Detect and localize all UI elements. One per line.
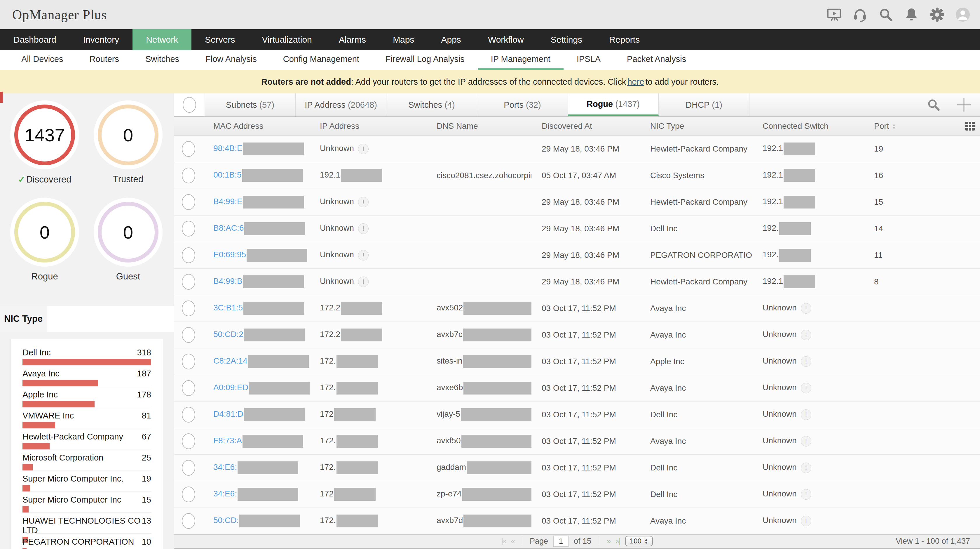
row-select-radio[interactable] bbox=[182, 487, 195, 502]
select-all-radio[interactable] bbox=[183, 97, 196, 113]
sub-nav-item[interactable]: IP Management bbox=[478, 50, 563, 70]
mac-address-link[interactable]: E0:69:95 bbox=[213, 250, 246, 259]
row-select-radio[interactable] bbox=[182, 354, 195, 369]
sub-nav-item[interactable]: IPSLA bbox=[563, 50, 614, 70]
mac-address-link[interactable]: A0:09:ED bbox=[213, 383, 248, 392]
nic-type-row[interactable]: Apple Inc 178 bbox=[22, 386, 151, 407]
settings-gear-icon[interactable] bbox=[930, 7, 944, 22]
nic-type-row[interactable]: VMWARE Inc 81 bbox=[22, 407, 151, 428]
row-select-radio[interactable] bbox=[182, 433, 195, 449]
main-nav-item[interactable]: Settings bbox=[537, 29, 596, 50]
main-nav-item[interactable]: Inventory bbox=[70, 29, 132, 50]
last-page-button[interactable]: »| bbox=[616, 537, 620, 546]
user-avatar-icon[interactable] bbox=[956, 7, 970, 22]
table-tab[interactable]: Switches(4) bbox=[387, 93, 477, 116]
sort-icon[interactable]: ▲▼ bbox=[892, 123, 896, 130]
main-nav-item[interactable]: Apps bbox=[428, 29, 474, 50]
page-number-input[interactable] bbox=[553, 536, 568, 547]
table-search-icon[interactable] bbox=[927, 98, 940, 112]
mac-address-cell: E0:69:95 bbox=[203, 249, 310, 262]
sub-nav-item[interactable]: Config Management bbox=[270, 50, 372, 70]
column-header-mac-address[interactable]: MAC Address bbox=[203, 121, 310, 131]
mac-address-link[interactable]: F8:73:A bbox=[213, 436, 242, 445]
main-nav-item[interactable]: Network bbox=[132, 29, 191, 50]
sub-nav-item[interactable]: Routers bbox=[76, 50, 132, 70]
mac-address-link[interactable]: D4:81:D bbox=[213, 409, 243, 418]
column-chooser-icon[interactable] bbox=[965, 121, 975, 131]
main-nav-item[interactable]: Dashboard bbox=[0, 29, 70, 50]
row-select-radio[interactable] bbox=[182, 141, 195, 157]
sub-nav-item[interactable]: Firewall Log Analysis bbox=[372, 50, 478, 70]
row-select-radio[interactable] bbox=[182, 380, 195, 396]
next-page-button[interactable]: » bbox=[607, 537, 610, 546]
row-select-radio[interactable] bbox=[182, 194, 195, 210]
mac-address-link[interactable]: 34:E6: bbox=[213, 489, 237, 498]
training-video-icon[interactable] bbox=[827, 7, 842, 22]
mac-address-link[interactable]: B4:99:B bbox=[213, 276, 242, 286]
table-tab[interactable]: Ports(32) bbox=[477, 93, 568, 116]
column-header-discovered-at[interactable]: Discovered At bbox=[531, 121, 640, 131]
mac-address-link[interactable]: 00:1B:5 bbox=[213, 170, 242, 179]
page-size-select[interactable]: 100 ▲▼ bbox=[625, 536, 653, 546]
row-select-radio[interactable] bbox=[182, 300, 195, 316]
nic-type-row[interactable]: Dell Inc 318 bbox=[22, 344, 151, 365]
sub-nav-item[interactable]: All Devices bbox=[8, 50, 76, 70]
prev-page-button[interactable]: « bbox=[511, 537, 514, 546]
add-routers-link[interactable]: here bbox=[627, 77, 644, 87]
column-header-nic-type[interactable]: NIC Type bbox=[640, 121, 752, 131]
nic-type-row[interactable]: Super Micro Computer Inc. 19 bbox=[22, 471, 151, 492]
mac-address-link[interactable]: 50:CD:2 bbox=[213, 330, 243, 339]
column-header-port[interactable]: Port▲▼ bbox=[864, 121, 950, 131]
row-select-radio[interactable] bbox=[182, 460, 195, 476]
stat-circle: 0 bbox=[98, 105, 159, 165]
nic-type-row[interactable]: HUAWEI TECHNOLOGIES CO LTD 13 bbox=[22, 512, 151, 533]
support-headset-icon[interactable] bbox=[853, 7, 867, 22]
table-tab[interactable]: Rogue(1437) bbox=[568, 93, 659, 116]
nic-type-row[interactable]: Avaya Inc 187 bbox=[22, 365, 151, 386]
nic-type-tab[interactable]: NIC Type bbox=[0, 306, 47, 332]
row-select-radio[interactable] bbox=[182, 327, 195, 343]
row-select-radio[interactable] bbox=[182, 168, 195, 184]
table-tab[interactable]: DHCP(1) bbox=[659, 93, 749, 116]
mac-address-link[interactable]: B4:99:E bbox=[213, 197, 242, 206]
main-nav-item[interactable]: Workflow bbox=[474, 29, 537, 50]
mac-address-link[interactable]: 34:E6: bbox=[213, 463, 237, 472]
nic-type-row[interactable]: Super Micro Computer Inc 15 bbox=[22, 492, 151, 512]
content-area: 1437 ✓Discovered 0 ✓Trusted 0 bbox=[0, 93, 980, 549]
stat-tile[interactable]: 0 ✓Guest bbox=[98, 198, 159, 282]
mac-address-link[interactable]: 98:4B:E bbox=[213, 144, 242, 153]
stat-tile[interactable]: 0 ✓Trusted bbox=[98, 101, 159, 185]
mac-address-link[interactable]: 3C:B1:5 bbox=[213, 303, 243, 312]
search-icon[interactable] bbox=[878, 7, 893, 22]
sub-nav-item[interactable]: Switches bbox=[132, 50, 192, 70]
table-tab[interactable]: IP Address(20648) bbox=[296, 93, 387, 116]
column-header-connected-switch[interactable]: Connected Switch bbox=[752, 121, 864, 131]
connected-switch-cell: Unknown! bbox=[752, 516, 864, 526]
nic-type-row[interactable]: Hewlett-Packard Company 67 bbox=[22, 428, 151, 449]
nic-type-row[interactable]: PEGATRON CORPORATION 10 bbox=[22, 533, 151, 549]
main-nav-item[interactable]: Alarms bbox=[325, 29, 379, 50]
row-select-radio[interactable] bbox=[182, 407, 195, 423]
row-select-radio[interactable] bbox=[182, 274, 195, 290]
stat-tile[interactable]: 1437 ✓Discovered bbox=[14, 101, 75, 185]
first-page-button[interactable]: |« bbox=[501, 537, 506, 546]
row-select-radio[interactable] bbox=[182, 247, 195, 263]
main-nav-item[interactable]: Servers bbox=[191, 29, 248, 50]
stat-tile[interactable]: 0 ✓Rogue bbox=[14, 198, 75, 282]
row-select-radio[interactable] bbox=[182, 513, 195, 529]
add-icon[interactable] bbox=[957, 97, 971, 112]
row-select-radio[interactable] bbox=[182, 221, 195, 236]
nic-type-row[interactable]: Microsoft Corporation 25 bbox=[22, 449, 151, 471]
mac-address-link[interactable]: 50:CD: bbox=[213, 516, 239, 525]
mac-address-link[interactable]: B8:AC:6 bbox=[213, 223, 244, 233]
column-header-dns-name[interactable]: DNS Name bbox=[426, 121, 531, 131]
main-nav-item[interactable]: Reports bbox=[596, 29, 653, 50]
mac-address-link[interactable]: C8:2A:14 bbox=[213, 356, 248, 365]
main-nav-item[interactable]: Maps bbox=[379, 29, 428, 50]
notifications-icon[interactable] bbox=[904, 7, 919, 22]
column-header-ip-address[interactable]: IP Address bbox=[310, 121, 426, 131]
sub-nav-item[interactable]: Packet Analysis bbox=[614, 50, 699, 70]
table-tab[interactable]: Subnets(57) bbox=[205, 93, 296, 116]
main-nav-item[interactable]: Virtualization bbox=[249, 29, 325, 50]
sub-nav-item[interactable]: Flow Analysis bbox=[192, 50, 270, 70]
